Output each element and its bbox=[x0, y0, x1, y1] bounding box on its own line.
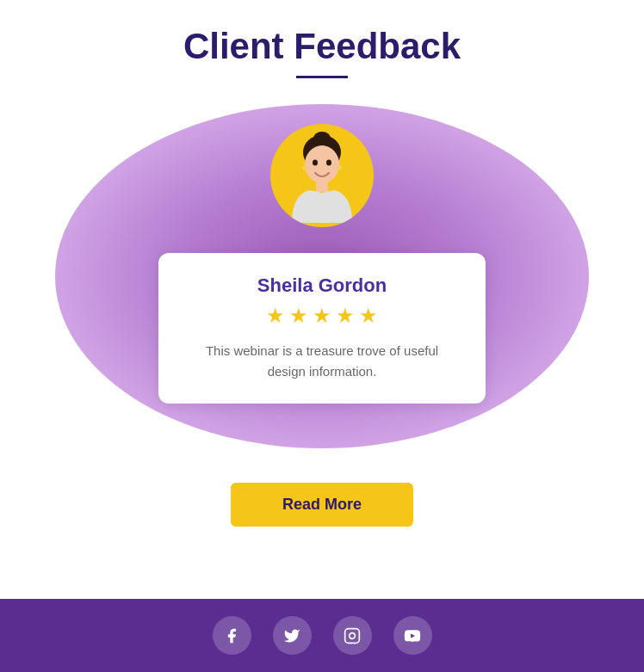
star-5: ★ bbox=[359, 304, 378, 328]
twitter-icon[interactable] bbox=[273, 616, 312, 655]
feedback-text: This webinar is a treasure trove of usef… bbox=[193, 341, 451, 382]
facebook-icon[interactable] bbox=[213, 616, 251, 655]
oval-container: Sheila Gordon ★ ★ ★ ★ ★ This webinar is … bbox=[55, 104, 589, 448]
stars-row: ★ ★ ★ ★ ★ bbox=[193, 304, 451, 328]
feedback-card: Sheila Gordon ★ ★ ★ ★ ★ This webinar is … bbox=[158, 253, 486, 404]
svg-point-6 bbox=[337, 165, 342, 170]
main-content: Client Feedback bbox=[0, 0, 644, 599]
footer bbox=[0, 599, 644, 672]
client-name: Sheila Gordon bbox=[193, 274, 451, 297]
star-2: ★ bbox=[289, 304, 308, 328]
page-title: Client Feedback bbox=[183, 26, 461, 67]
youtube-icon[interactable] bbox=[393, 616, 432, 655]
svg-point-3 bbox=[313, 159, 318, 165]
read-more-button[interactable]: Read More bbox=[231, 483, 413, 527]
svg-rect-8 bbox=[345, 628, 360, 643]
star-1: ★ bbox=[266, 304, 285, 328]
instagram-icon[interactable] bbox=[333, 616, 372, 655]
svg-point-1 bbox=[313, 132, 331, 145]
avatar bbox=[270, 124, 374, 227]
star-3: ★ bbox=[313, 304, 331, 328]
title-divider bbox=[296, 76, 348, 78]
svg-point-2 bbox=[305, 145, 339, 183]
svg-rect-7 bbox=[316, 182, 328, 192]
svg-point-4 bbox=[326, 159, 331, 165]
svg-point-5 bbox=[302, 165, 307, 170]
star-4: ★ bbox=[336, 304, 355, 328]
